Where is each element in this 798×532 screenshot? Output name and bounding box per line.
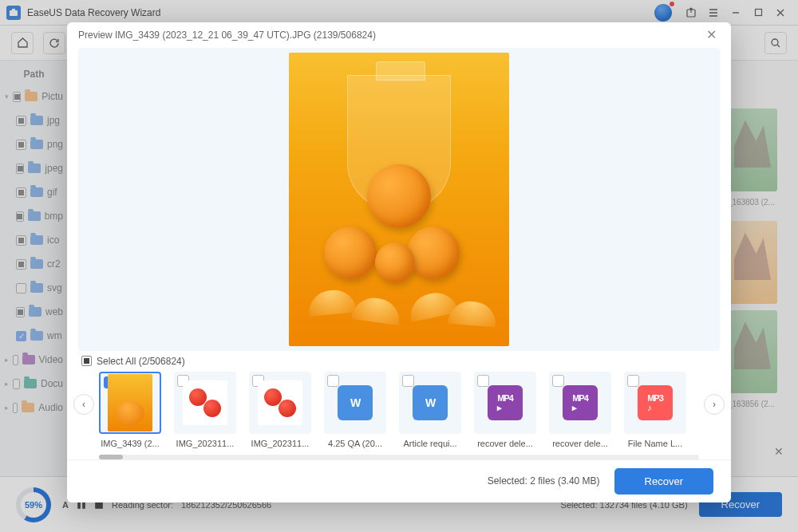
thumb-box[interactable] — [249, 372, 311, 434]
thumb-label: recover dele... — [474, 439, 536, 448]
thumb-box[interactable]: MP3♪ — [624, 372, 686, 434]
select-all-checkbox[interactable] — [81, 356, 92, 366]
filmstrip-item[interactable]: IMG_202311... — [174, 372, 236, 448]
thumb-label: IMG_202311... — [174, 439, 236, 448]
thumb-label: IMG_3439 (2... — [99, 439, 161, 448]
preview-modal: Preview IMG_3439 (2023_12_21 06_39_47 UT… — [67, 22, 731, 502]
thumb-label: File Name L... — [624, 439, 686, 448]
modal-close-button[interactable]: ✕ — [703, 24, 720, 45]
thumb-checkbox[interactable] — [477, 375, 489, 387]
thumb-box[interactable]: ✓ — [99, 372, 161, 434]
filmstrip-item[interactable]: MP3♪ File Name L... — [624, 372, 686, 448]
modal-title: Preview IMG_3439 (2023_12_21 06_39_47 UT… — [78, 30, 376, 41]
filmstrip-item[interactable]: W 4.25 QA (20... — [324, 372, 386, 448]
select-all-label: Select All (2/506824) — [97, 356, 185, 367]
recover-button[interactable]: Recover — [614, 468, 713, 495]
thumb-label: IMG_202311... — [249, 439, 311, 448]
preview-image — [289, 53, 509, 346]
filmstrip-item[interactable]: MP4▸ recover dele... — [474, 372, 536, 448]
thumb-label: Article requi... — [399, 439, 461, 448]
select-all-row[interactable]: Select All (2/506824) — [67, 351, 731, 372]
thumb-box[interactable]: W — [399, 372, 461, 434]
thumb-checkbox[interactable] — [552, 375, 564, 387]
modal-overlay: Preview IMG_3439 (2023_12_21 06_39_47 UT… — [0, 0, 798, 532]
filmstrip-item[interactable]: ✓ IMG_3439 (2... — [99, 372, 161, 448]
thumb-box[interactable]: W — [324, 372, 386, 434]
thumb-box[interactable] — [174, 372, 236, 434]
filmstrip-item[interactable]: W Article requi... — [399, 372, 461, 448]
thumb-label: 4.25 QA (20... — [324, 439, 386, 448]
thumb-box[interactable]: MP4▸ — [474, 372, 536, 434]
filmstrip-next-button[interactable]: › — [704, 394, 725, 415]
filmstrip-item[interactable]: MP4▸ recover dele... — [549, 372, 611, 448]
modal-footer: Selected: 2 files (3.40 MB) Recover — [67, 459, 731, 502]
preview-pane — [78, 48, 720, 351]
thumb-checkbox[interactable] — [327, 375, 339, 387]
filmstrip-item[interactable]: IMG_202311... — [249, 372, 311, 448]
modal-header: Preview IMG_3439 (2023_12_21 06_39_47 UT… — [67, 22, 731, 48]
thumb-checkbox[interactable] — [402, 375, 414, 387]
thumb-box[interactable]: MP4▸ — [549, 372, 611, 434]
thumb-checkbox[interactable] — [627, 375, 639, 387]
modal-selected-text: Selected: 2 files (3.40 MB) — [488, 475, 600, 487]
filmstrip-scrollbar[interactable] — [99, 455, 699, 459]
filmstrip-prev-button[interactable]: ‹ — [73, 394, 94, 415]
thumb-label: recover dele... — [549, 439, 611, 448]
filmstrip: ‹ ✓ IMG_3439 (2... IMG_202311... IMG_202… — [67, 372, 731, 448]
